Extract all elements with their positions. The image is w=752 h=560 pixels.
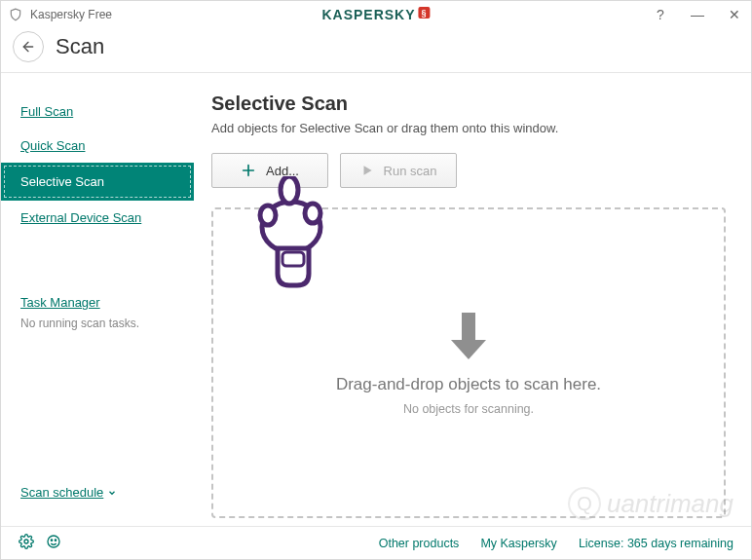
arrow-left-icon xyxy=(20,39,36,55)
main-description: Add objects for Selective Scan or drag t… xyxy=(211,121,726,135)
page-header: Scan xyxy=(1,28,751,73)
settings-gear-icon[interactable] xyxy=(19,534,34,552)
chevron-down-icon xyxy=(107,488,117,498)
footer-links: Other products My Kaspersky License: 365… xyxy=(379,537,733,550)
task-manager-status: No running scan tasks. xyxy=(20,317,174,330)
window-controls: ? — ✕ xyxy=(652,7,743,22)
brand-text: KASPERSKY xyxy=(321,7,415,22)
main-panel: Selective Scan Add objects for Selective… xyxy=(194,73,751,526)
app-shield-icon xyxy=(9,8,22,21)
add-button[interactable]: Add... xyxy=(211,153,328,188)
body: Full Scan Quick Scan Selective Scan Exte… xyxy=(1,73,751,526)
scan-schedule-link[interactable]: Scan schedule xyxy=(20,485,117,500)
support-face-icon[interactable] xyxy=(46,534,61,552)
app-window: Kaspersky Free KASPERSKY§ ? — ✕ Scan Ful… xyxy=(0,0,752,560)
brand-suffix: § xyxy=(419,7,431,19)
sidebar: Full Scan Quick Scan Selective Scan Exte… xyxy=(1,73,194,526)
other-products-link[interactable]: Other products xyxy=(379,537,460,550)
svg-point-6 xyxy=(24,540,28,543)
app-name: Kaspersky Free xyxy=(30,8,112,21)
sidebar-item-external-device-scan[interactable]: External Device Scan xyxy=(1,201,194,235)
sidebar-item-full-scan[interactable]: Full Scan xyxy=(1,94,194,129)
svg-point-9 xyxy=(55,540,56,541)
sidebar-nav: Full Scan Quick Scan Selective Scan Exte… xyxy=(1,94,194,235)
arrow-down-icon xyxy=(447,311,490,361)
main-heading: Selective Scan xyxy=(211,93,726,115)
scan-schedule-label: Scan schedule xyxy=(20,485,103,500)
svg-point-8 xyxy=(51,540,52,541)
license-link[interactable]: License: 365 days remaining xyxy=(579,537,733,550)
my-kaspersky-link[interactable]: My Kaspersky xyxy=(480,537,557,550)
svg-point-7 xyxy=(48,536,59,547)
play-icon xyxy=(360,164,374,177)
dropzone[interactable]: Drag-and-drop objects to scan here. No o… xyxy=(211,207,726,518)
svg-marker-5 xyxy=(451,340,486,359)
brand-logo: KASPERSKY§ xyxy=(321,7,430,22)
svg-marker-3 xyxy=(363,166,371,174)
close-button[interactable]: ✕ xyxy=(726,7,743,22)
sidebar-item-selective-scan[interactable]: Selective Scan xyxy=(1,163,194,201)
dropzone-title: Drag-and-drop objects to scan here. xyxy=(336,375,601,394)
sidebar-bottom: Scan schedule xyxy=(1,483,194,514)
sidebar-item-quick-scan[interactable]: Quick Scan xyxy=(1,129,194,163)
minimize-button[interactable]: — xyxy=(689,7,706,22)
page-title: Scan xyxy=(56,34,104,59)
plus-icon xyxy=(241,163,256,178)
sidebar-secondary: Task Manager No running scan tasks. xyxy=(1,293,194,330)
back-button[interactable] xyxy=(13,31,44,62)
run-scan-label: Run scan xyxy=(384,164,437,178)
run-scan-button[interactable]: Run scan xyxy=(340,153,457,188)
footer: Other products My Kaspersky License: 365… xyxy=(1,526,751,559)
titlebar: Kaspersky Free KASPERSKY§ ? — ✕ xyxy=(1,1,751,28)
add-button-label: Add... xyxy=(266,164,299,178)
dropzone-subtitle: No objects for scanning. xyxy=(403,402,534,416)
button-row: Add... Run scan xyxy=(211,153,726,188)
svg-rect-4 xyxy=(462,313,475,340)
help-button[interactable]: ? xyxy=(652,7,669,22)
task-manager-link[interactable]: Task Manager xyxy=(20,295,100,310)
